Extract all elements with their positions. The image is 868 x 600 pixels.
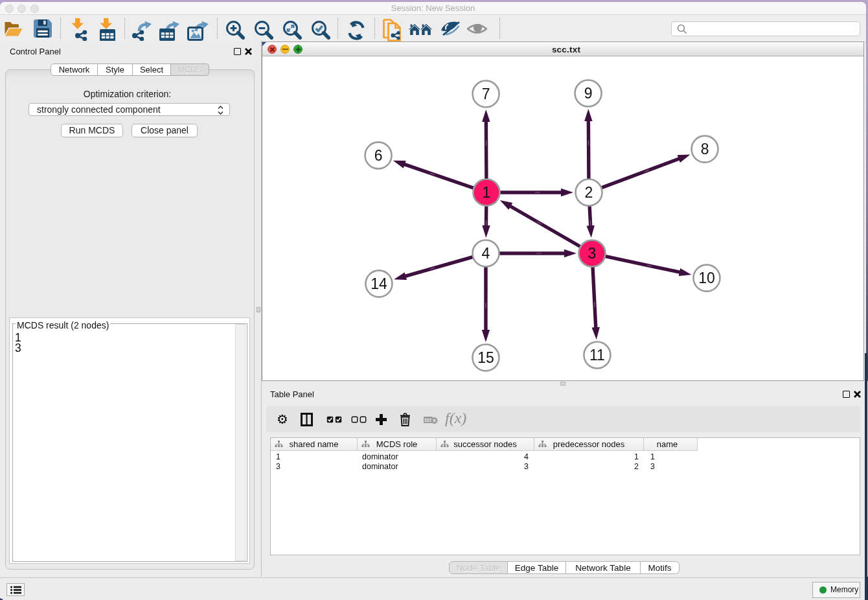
svg-text:11: 11 [589, 347, 605, 363]
svg-text:9: 9 [584, 85, 593, 102]
svg-text:1: 1 [483, 184, 491, 201]
svg-text:4: 4 [482, 245, 490, 262]
svg-text:10: 10 [698, 270, 715, 286]
svg-text:2: 2 [585, 184, 593, 201]
svg-text:8: 8 [701, 141, 709, 157]
svg-text:14: 14 [371, 275, 387, 292]
svg-text:6: 6 [374, 147, 383, 164]
svg-text:3: 3 [588, 245, 597, 262]
svg-text:7: 7 [482, 86, 490, 102]
svg-text:15: 15 [477, 349, 494, 366]
